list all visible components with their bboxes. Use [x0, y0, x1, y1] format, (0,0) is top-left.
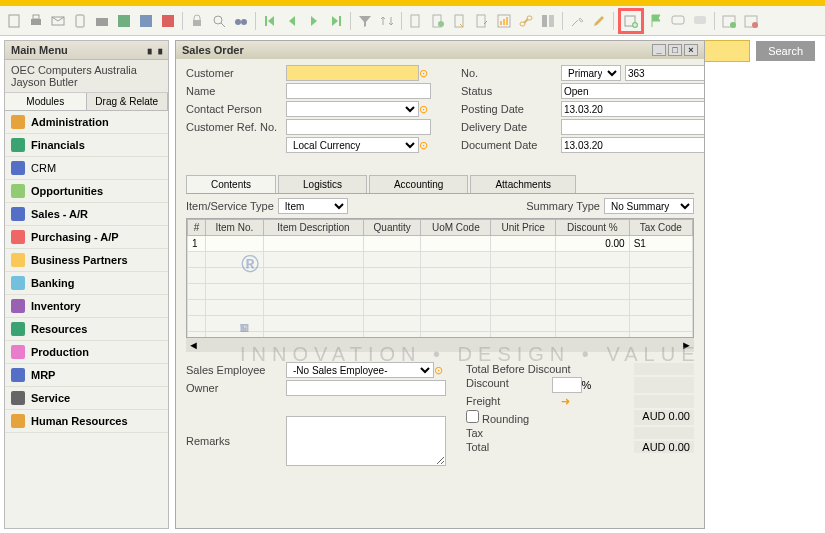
tb-flag-icon[interactable]: [646, 11, 666, 31]
tb-last-icon[interactable]: [326, 11, 346, 31]
tb-forward-icon[interactable]: [304, 11, 324, 31]
tb-word-icon[interactable]: [136, 11, 156, 31]
no--input[interactable]: [625, 65, 704, 81]
tb-file-icon[interactable]: [4, 11, 24, 31]
sidebar-item-resources[interactable]: Resources: [5, 318, 168, 341]
sidebar-item-financials[interactable]: Financials: [5, 134, 168, 157]
sidebar-item-mrp[interactable]: MRP: [5, 364, 168, 387]
col-unit-price[interactable]: Unit Price: [491, 220, 556, 236]
tb-pencil-icon[interactable]: [589, 11, 609, 31]
tb-doc3-icon[interactable]: [450, 11, 470, 31]
tab-contents[interactable]: Contents: [186, 175, 276, 193]
local-currency-select[interactable]: Local Currency: [286, 137, 419, 153]
sidebar-item-production[interactable]: Production: [5, 341, 168, 364]
col-item-no-[interactable]: Item No.: [205, 220, 263, 236]
tb-new-activity-icon[interactable]: [618, 8, 644, 34]
minimize-icon[interactable]: _: [652, 44, 666, 56]
tab-modules[interactable]: Modules: [5, 93, 87, 110]
tb-back-icon[interactable]: [282, 11, 302, 31]
lookup-icon[interactable]: ⊙: [419, 139, 431, 152]
remarks-input[interactable]: [286, 416, 446, 466]
sales-order-window: Sales Order _ □ × Customer⊙NameContact P…: [175, 40, 705, 529]
contact-person-select[interactable]: [286, 101, 419, 117]
search-button[interactable]: Search: [756, 41, 815, 61]
discount-pct-input[interactable]: [552, 377, 582, 393]
lookup-icon[interactable]: ⊙: [434, 364, 446, 377]
col-discount-[interactable]: Discount %: [556, 220, 630, 236]
tb-doc1-icon[interactable]: [406, 11, 426, 31]
freight-value: [634, 395, 694, 408]
sidebar-item-human-resources[interactable]: Human Resources: [5, 410, 168, 433]
tab-attachments[interactable]: Attachments: [470, 175, 576, 193]
tb-lock-icon[interactable]: [187, 11, 207, 31]
sidebar-item-sales-a-r[interactable]: Sales - A/R: [5, 203, 168, 226]
no-series-select[interactable]: Primary: [561, 65, 621, 81]
customer-ref-no--input[interactable]: [286, 119, 431, 135]
sidebar-item-service[interactable]: Service: [5, 387, 168, 410]
svg-point-10: [214, 16, 222, 24]
svg-point-36: [752, 22, 758, 28]
tb-link-icon[interactable]: [516, 11, 536, 31]
rounding-checkbox[interactable]: [466, 410, 479, 423]
tb-doc2-icon[interactable]: [428, 11, 448, 31]
sidebar-item-business-partners[interactable]: Business Partners: [5, 249, 168, 272]
tb-tools-icon[interactable]: [567, 11, 587, 31]
sidebar-item-administration[interactable]: Administration: [5, 111, 168, 134]
col-uom-code[interactable]: UoM Code: [421, 220, 491, 236]
lookup-icon[interactable]: ⊙: [419, 67, 431, 80]
tb-sms-icon[interactable]: [70, 11, 90, 31]
col--[interactable]: #: [188, 220, 206, 236]
document-date-input[interactable]: [561, 137, 704, 153]
sidebar-item-inventory[interactable]: Inventory: [5, 295, 168, 318]
tb-bubble-icon[interactable]: [690, 11, 710, 31]
tb-first-icon[interactable]: [260, 11, 280, 31]
svg-rect-0: [9, 15, 19, 27]
svg-rect-16: [411, 15, 419, 27]
items-grid[interactable]: #Item No.Item DescriptionQuantityUoM Cod…: [187, 219, 693, 338]
grid-row[interactable]: 10.00S1: [188, 236, 693, 252]
lookup-icon[interactable]: ⊙: [419, 103, 431, 116]
tb-report-icon[interactable]: [494, 11, 514, 31]
tb-print-icon[interactable]: [26, 11, 46, 31]
sidebar-item-purchasing-a-p[interactable]: Purchasing - A/P: [5, 226, 168, 249]
tb-sort-icon[interactable]: [377, 11, 397, 31]
posting-date-input[interactable]: [561, 101, 704, 117]
sidebar-item-crm[interactable]: CRM: [5, 157, 168, 180]
summary-type-select[interactable]: No Summary: [604, 198, 694, 214]
scroll-left-icon[interactable]: ◄: [188, 339, 199, 351]
tb-pdf-icon[interactable]: [158, 11, 178, 31]
freight-arrow-icon[interactable]: ➜: [561, 395, 573, 408]
col-tax-code[interactable]: Tax Code: [629, 220, 692, 236]
sidebar-item-banking[interactable]: Banking: [5, 272, 168, 295]
tb-cal-add-icon[interactable]: [719, 11, 739, 31]
item-service-type-select[interactable]: Item: [278, 198, 348, 214]
delivery-date-input[interactable]: [561, 119, 704, 135]
tab-logistics[interactable]: Logistics: [278, 175, 367, 193]
sales-employee-select[interactable]: -No Sales Employee-: [286, 362, 434, 378]
scroll-right-icon[interactable]: ►: [681, 339, 692, 351]
tb-chat-icon[interactable]: [668, 11, 688, 31]
status-input[interactable]: [561, 83, 704, 99]
tb-fax-icon[interactable]: [92, 11, 112, 31]
col-quantity[interactable]: Quantity: [364, 220, 421, 236]
tb-doc4-icon[interactable]: [472, 11, 492, 31]
module-icon: [11, 184, 25, 198]
customer-input[interactable]: [286, 65, 419, 81]
tb-binoculars-icon[interactable]: [231, 11, 251, 31]
tb-cal-del-icon[interactable]: [741, 11, 761, 31]
tb-layout-icon[interactable]: [538, 11, 558, 31]
tab-accounting[interactable]: Accounting: [369, 175, 468, 193]
sidebar-item-opportunities[interactable]: Opportunities: [5, 180, 168, 203]
tb-find-icon[interactable]: [209, 11, 229, 31]
collapse-icon[interactable]: ▖▗: [148, 44, 162, 56]
close-icon[interactable]: ×: [684, 44, 698, 56]
module-icon: [11, 345, 25, 359]
tb-excel-icon[interactable]: [114, 11, 134, 31]
col-item-description[interactable]: Item Description: [263, 220, 363, 236]
owner-input[interactable]: [286, 380, 446, 396]
tb-mail-icon[interactable]: [48, 11, 68, 31]
maximize-icon[interactable]: □: [668, 44, 682, 56]
tab-drag-relate[interactable]: Drag & Relate: [87, 93, 169, 110]
tb-filter-icon[interactable]: [355, 11, 375, 31]
name-input[interactable]: [286, 83, 431, 99]
